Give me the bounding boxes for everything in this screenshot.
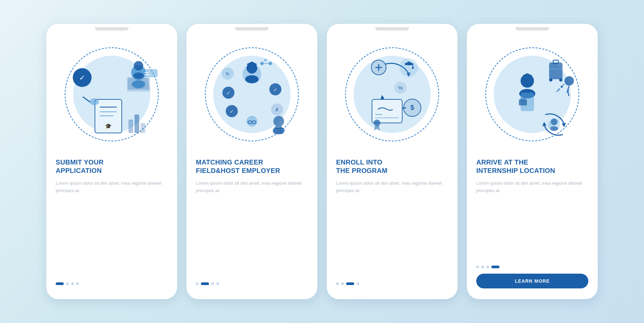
text-area-2: MATCHING CAREER FIELD&HOST EMPLOYER Lore… (186, 158, 317, 288)
text-area-1: SUBMIT YOUR APPLICATION Lorem ipsum dolo… (46, 158, 177, 288)
svg-text:↻: ↻ (226, 71, 230, 77)
svg-point-74 (559, 78, 562, 82)
phone-card-3: $ % ENROLL INTO THE PROGRAM Lorem ipsum … (327, 24, 458, 299)
illustration-svg-1: ✓ 🎓 (58, 41, 165, 148)
svg-line-76 (556, 84, 564, 93)
card-desc-3: Lorem ipsum dolor sit dim amet, mea regi… (336, 180, 448, 194)
text-area-3: ENROLL INTO THE PROGRAM Lorem ipsum dolo… (327, 158, 458, 288)
cards-container: ✓ 🎓 (33, 10, 611, 313)
phone-card-1: ✓ 🎓 (46, 24, 177, 299)
svg-point-15 (90, 98, 99, 105)
card-title-2: MATCHING CAREER FIELD&HOST EMPLOYER (196, 158, 280, 175)
svg-marker-90 (542, 122, 546, 126)
svg-point-37 (273, 116, 284, 127)
svg-text:✓: ✓ (79, 74, 85, 82)
dot-3-3 (346, 282, 354, 285)
phone-notch-3 (375, 27, 409, 31)
dot-4-4 (491, 266, 499, 268)
svg-text:✗: ✗ (566, 88, 570, 94)
text-area-4: ARRIVE AT THE INTERNSHIP LOCATION Lorem … (467, 158, 598, 288)
dot-4-3 (486, 266, 489, 268)
dot-4-1 (476, 266, 479, 268)
svg-text:✗: ✗ (275, 107, 279, 112)
svg-rect-17 (128, 120, 133, 133)
svg-point-75 (565, 76, 574, 86)
dot-1-2 (66, 282, 69, 285)
illustration-area-4: ✗ (467, 31, 598, 158)
illustration-area-1: ✓ 🎓 (46, 31, 177, 158)
card-desc-1: Lorem ipsum dolor sit dim amet, mea regi… (56, 180, 168, 194)
svg-point-93 (550, 126, 558, 131)
phone-notch-2 (235, 27, 269, 31)
svg-text:%: % (398, 85, 402, 91)
dot-3-4 (357, 282, 359, 285)
dot-3-2 (341, 282, 344, 285)
dot-2-4 (216, 282, 219, 285)
svg-point-55 (399, 58, 418, 77)
svg-point-21 (133, 73, 144, 79)
svg-marker-89 (562, 123, 566, 127)
svg-text:✓: ✓ (230, 109, 234, 114)
dots-row-1 (56, 282, 79, 285)
card-title-1: SUBMIT YOUR APPLICATION (56, 158, 104, 175)
phone-notch-1 (95, 27, 128, 31)
dot-2-3 (211, 282, 214, 285)
card-desc-2: Lorem ipsum dolor sit dim amet, mea regi… (196, 180, 308, 194)
dot-2-2 (201, 282, 209, 285)
dot-2-1 (196, 282, 199, 285)
learn-more-button[interactable]: LEARN MORE (476, 274, 588, 288)
svg-point-73 (549, 78, 552, 82)
card-title-3: ENROLL INTO THE PROGRAM (336, 158, 387, 175)
phone-card-4: ✗ (467, 24, 598, 299)
svg-rect-60 (372, 99, 402, 123)
card-title-4: ARRIVE AT THE INTERNSHIP LOCATION (476, 158, 555, 175)
svg-text:🎓: 🎓 (105, 123, 112, 129)
dot-4-2 (481, 266, 484, 268)
svg-rect-70 (549, 62, 562, 79)
svg-marker-50 (380, 95, 384, 99)
dot-1-4 (76, 282, 79, 285)
svg-point-64 (374, 120, 380, 126)
phone-notch-4 (516, 27, 549, 31)
svg-point-86 (531, 79, 533, 81)
svg-point-46 (264, 59, 267, 61)
svg-point-78 (557, 89, 559, 91)
illustration-area-3: $ % (327, 31, 458, 158)
svg-rect-19 (141, 123, 145, 133)
svg-point-24 (245, 75, 259, 83)
dots-row-2 (196, 282, 219, 285)
illustration-svg-3: $ % (338, 41, 446, 148)
svg-point-20 (134, 61, 143, 71)
svg-point-77 (561, 86, 563, 88)
svg-point-59 (412, 67, 414, 69)
svg-point-92 (551, 119, 557, 125)
svg-text:✓: ✓ (273, 87, 277, 92)
svg-text:✓: ✓ (226, 90, 230, 96)
card-desc-4: Lorem ipsum dolor sit dim amet, mea regi… (476, 180, 588, 194)
phone-card-2: ✓ ✓ ✓ ✗ ↻ (186, 24, 317, 299)
svg-text:$: $ (410, 104, 414, 111)
illustration-svg-4: ✗ (479, 41, 586, 148)
illustration-area-2: ✓ ✓ ✓ ✗ ↻ (186, 31, 317, 158)
svg-rect-18 (135, 114, 139, 133)
svg-line-16 (83, 97, 90, 102)
dot-3-1 (336, 282, 339, 285)
svg-rect-5 (128, 78, 149, 90)
illustration-svg-2: ✓ ✓ ✓ ✗ ↻ (198, 41, 306, 148)
dot-1-3 (71, 282, 74, 285)
dot-1-1 (56, 282, 64, 285)
dots-row-4 (476, 266, 499, 268)
dots-row-3 (336, 282, 359, 285)
svg-rect-6 (144, 69, 158, 77)
